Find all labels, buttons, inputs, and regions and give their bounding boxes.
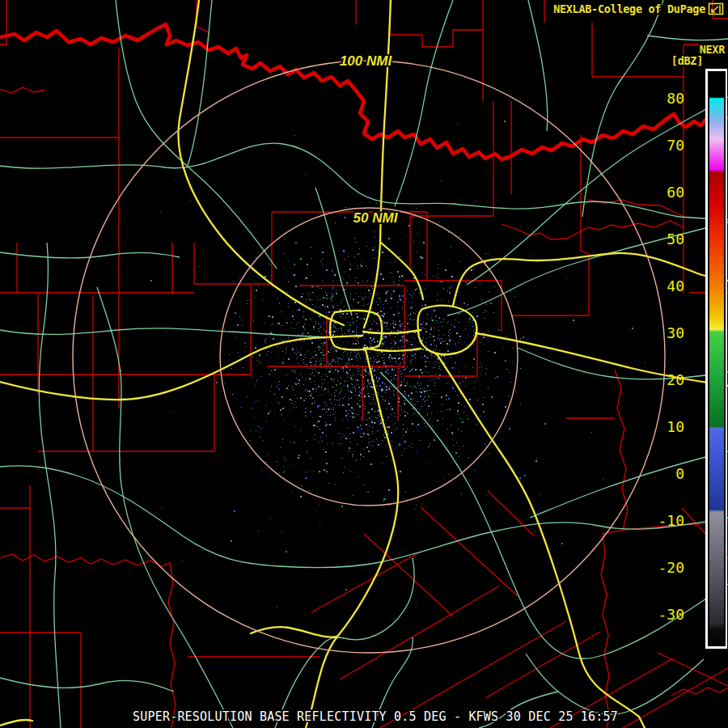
radar-echoes-part — [434, 379, 434, 380]
radar-echoes-part — [476, 315, 478, 317]
radar-echoes-part — [321, 386, 322, 387]
radar-echoes-part — [399, 405, 400, 406]
radar-echoes-part — [336, 390, 337, 391]
radar-echoes-part — [347, 419, 348, 420]
radar-echoes-part — [350, 355, 351, 356]
radar-echoes-part — [361, 319, 362, 320]
radar-echoes-part — [341, 438, 341, 439]
radar-echoes-part — [296, 336, 297, 337]
radar-echoes-part — [409, 446, 410, 447]
radar-echoes-part — [387, 353, 387, 353]
radar-echoes-part — [366, 345, 366, 345]
radar-echoes-part — [435, 354, 436, 355]
radar-echoes-part — [399, 320, 400, 322]
radar-echoes-part — [420, 396, 421, 397]
radar-echoes-part — [382, 426, 383, 427]
radar-echoes-part — [413, 210, 413, 211]
radar-echoes-part — [321, 367, 322, 368]
radar-echoes-part — [394, 395, 395, 396]
radar-echoes-part — [361, 441, 362, 442]
radar-echoes-part — [540, 494, 540, 495]
radar-echoes-part — [325, 422, 326, 423]
radar-echoes-part — [412, 401, 413, 402]
radar-echoes-part — [370, 321, 370, 322]
radar-echoes-part — [276, 386, 277, 387]
radar-echoes-part — [370, 445, 370, 446]
radar-echoes-part — [310, 368, 311, 369]
radar-echoes-part — [351, 379, 353, 380]
radar-echoes-part — [379, 354, 380, 355]
radar-echoes-part — [349, 329, 350, 330]
radar-echoes-part — [296, 353, 297, 354]
radar-echoes-part — [311, 248, 311, 248]
radar-echoes-part — [383, 358, 383, 358]
radar-echoes-part — [301, 485, 302, 486]
radar-echoes-part — [390, 397, 391, 398]
radar-echoes-part — [436, 345, 437, 346]
radar-echoes-part — [295, 286, 297, 287]
radar-echoes-part — [306, 412, 307, 413]
radar-echoes-part — [383, 278, 384, 280]
radar-echoes-part — [416, 382, 417, 383]
radar-echoes-part — [288, 260, 289, 261]
radar-echoes-part — [372, 324, 373, 324]
radar-echoes-part — [386, 291, 387, 293]
radar-echoes-part — [350, 391, 351, 392]
radar-echoes-part — [383, 336, 384, 337]
radar-echoes-part — [459, 205, 460, 206]
radar-echoes-part — [512, 363, 513, 364]
radar-echoes-part — [320, 363, 322, 365]
radar-echoes-part — [377, 331, 378, 332]
radar-echoes-part — [295, 371, 296, 372]
radar-echoes-part — [451, 425, 451, 425]
radar-echoes-part — [305, 389, 306, 390]
radar-echoes-part — [298, 457, 299, 459]
radar-echoes-part — [284, 471, 285, 472]
radar-echoes-part — [298, 309, 300, 311]
radar-echoes-part — [438, 335, 439, 336]
radar-echoes-part — [414, 404, 415, 405]
radar-echoes-part — [372, 367, 373, 368]
radar-echoes-part — [302, 360, 303, 361]
radar-echoes-part — [416, 392, 417, 392]
radar-echoes-part — [386, 456, 387, 457]
radar-echoes-part — [393, 320, 394, 321]
radar-echoes-part — [314, 425, 315, 426]
radar-echoes-part — [294, 383, 295, 383]
radar-echoes-part — [426, 338, 427, 339]
radar-echoes-part — [311, 342, 313, 344]
radar-echoes-part — [402, 324, 403, 324]
radar-echoes-part — [403, 435, 404, 436]
radar-echoes-part — [346, 282, 348, 284]
radar-echoes-part — [357, 379, 358, 381]
radar-echoes-part — [362, 297, 363, 298]
radar-echoes-part — [271, 386, 272, 387]
radar-echoes-part — [317, 426, 318, 427]
radar-echoes-part — [345, 207, 346, 208]
radar-echoes-part — [513, 348, 514, 349]
radar-echoes-part — [371, 421, 373, 423]
radar-echoes-part — [349, 438, 349, 439]
radar-echoes-part — [420, 383, 421, 384]
radar-echoes-part — [303, 362, 304, 363]
radar-echoes-part — [488, 351, 489, 352]
radar-echoes-part — [486, 495, 487, 496]
radar-echoes-part — [506, 369, 507, 370]
radar-echoes-part — [430, 443, 430, 444]
radar-echoes-part — [303, 413, 303, 414]
radar-echoes-part — [310, 395, 311, 396]
radar-echoes-part — [367, 420, 368, 421]
radar-echoes-part — [412, 447, 413, 448]
radar-echoes-part — [473, 344, 474, 345]
radar-echoes-part — [306, 416, 307, 417]
radar-echoes-part — [278, 402, 279, 403]
radar-echoes-part — [389, 354, 391, 356]
radar-echoes-part — [400, 374, 401, 375]
radar-echoes-part — [484, 344, 485, 345]
radar-echoes-part — [404, 403, 405, 404]
radar-echoes-part — [434, 328, 435, 328]
radar-echoes-part — [358, 414, 358, 415]
radar-echoes-part — [392, 323, 393, 324]
radar-echoes-part — [474, 269, 475, 269]
radar-echoes-part — [392, 368, 392, 369]
